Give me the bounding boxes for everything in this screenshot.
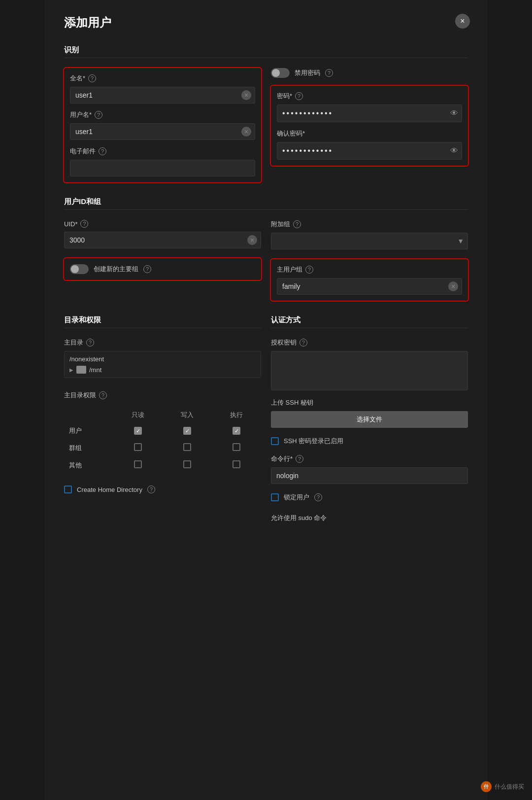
username-input[interactable] <box>70 123 255 140</box>
password-eye-button[interactable]: 👁 <box>450 109 458 118</box>
create-primary-group-help-icon[interactable]: ? <box>143 265 151 273</box>
email-input-wrap <box>70 160 255 176</box>
password-label: 密码* ? <box>277 92 462 101</box>
table-row: 其他 <box>64 456 261 474</box>
other-execute-checkbox[interactable] <box>233 460 240 468</box>
identification-layout: 全名* ? × 用户名* ? × <box>64 68 468 182</box>
create-primary-group-row: 创建新的主要组 ? <box>70 264 255 274</box>
uid-help-icon[interactable]: ? <box>80 220 88 228</box>
confirm-password-eye-button[interactable]: 👁 <box>450 146 458 155</box>
create-home-dir-checkbox[interactable] <box>64 486 72 493</box>
group-readonly-checkbox[interactable] <box>134 443 142 451</box>
username-help-icon[interactable]: ? <box>95 111 102 119</box>
lock-user-checkbox[interactable] <box>271 493 279 501</box>
lock-user-row: 锁定用户 ? <box>271 493 468 502</box>
create-primary-group-label: 创建新的主要组 <box>94 265 138 274</box>
auth-key-textarea[interactable] <box>271 351 468 390</box>
primary-group-help-icon[interactable]: ? <box>305 266 313 274</box>
create-primary-group-outlined: 创建新的主要组 ? <box>64 258 261 280</box>
permissions-table: 只读 写入 执行 用户 群组 <box>64 408 261 474</box>
auth-section-title: 认证方式 <box>271 315 468 328</box>
select-file-button[interactable]: 选择文件 <box>271 411 468 428</box>
uid-group-section: 用户ID和组 UID* ? × 创建新的主要组 <box>64 197 468 301</box>
username-group: 用户名* ? × <box>70 110 255 140</box>
full-name-input-wrap: × <box>70 87 255 104</box>
chevron-right-icon: ▶ <box>69 367 73 373</box>
primary-group-clear-button[interactable]: × <box>448 281 458 291</box>
other-write-checkbox[interactable] <box>183 460 191 468</box>
email-input[interactable] <box>70 160 255 176</box>
add-user-dialog: 添加用户 × 识别 全名* ? × 用户名* <box>44 0 488 800</box>
create-home-dir-help-icon[interactable]: ? <box>147 486 155 493</box>
groups-col: 附加组 ? ▼ 主用户组 ? <box>271 220 468 301</box>
create-primary-group-toggle[interactable] <box>70 264 89 274</box>
permissions-help-icon[interactable]: ? <box>99 391 107 399</box>
directory-section: 目录和权限 主目录 ? /nonexistent ▶ /mnt 主目 <box>64 315 261 524</box>
watermark-logo: 什 <box>481 781 492 792</box>
home-dir-label: 主目录 ? <box>64 338 261 347</box>
sudo-label: 允许使用 sudo 命令 <box>271 514 468 522</box>
command-select[interactable]: nologin /bin/bash /bin/sh <box>271 467 468 484</box>
group-execute-checkbox[interactable] <box>233 443 240 451</box>
uid-input-wrap: × <box>64 232 261 248</box>
password-section-col: 禁用密码 ? 密码* ? 👁 <box>271 68 468 182</box>
auth-key-group: 授权密钥 ? <box>271 338 468 390</box>
ssh-password-row: SSH 密码登录已启用 <box>271 437 468 446</box>
full-name-label: 全名* ? <box>70 74 255 83</box>
email-label: 电子邮件 ? <box>70 147 255 156</box>
confirm-password-input[interactable] <box>277 142 462 160</box>
watermark-text: 什么值得买 <box>495 783 524 791</box>
home-dir-help-icon[interactable]: ? <box>86 339 94 347</box>
username-clear-button[interactable]: × <box>241 127 251 137</box>
col-execute: 执行 <box>212 408 261 422</box>
home-dir-tree: /nonexistent ▶ /mnt <box>64 351 261 378</box>
command-label: 命令行* ? <box>271 454 468 463</box>
uid-input[interactable] <box>64 232 261 248</box>
password-input[interactable] <box>277 104 462 122</box>
uid-clear-button[interactable]: × <box>247 235 257 245</box>
full-name-input[interactable] <box>70 87 255 104</box>
home-dir-group: 主目录 ? /nonexistent ▶ /mnt <box>64 338 261 383</box>
auth-key-help-icon[interactable]: ? <box>299 339 307 347</box>
ssh-password-label: SSH 密码登录已启用 <box>284 437 343 446</box>
ssh-password-checkbox[interactable] <box>271 437 279 445</box>
perm-user-label: 用户 <box>64 422 113 439</box>
uid-layout: UID* ? × 创建新的主要组 ? <box>64 220 468 301</box>
other-readonly-checkbox[interactable] <box>134 460 142 468</box>
table-row: 用户 <box>64 422 261 439</box>
dialog-title: 添加用户 <box>64 15 468 31</box>
dir-auth-layout: 目录和权限 主目录 ? /nonexistent ▶ /mnt 主目 <box>64 315 468 539</box>
password-help-icon[interactable]: ? <box>295 92 303 100</box>
uid-col: UID* ? × 创建新的主要组 ? <box>64 220 261 301</box>
user-write-checkbox[interactable] <box>183 427 191 435</box>
identification-section: 识别 全名* ? × 用户名* ? <box>64 45 468 182</box>
user-execute-checkbox[interactable] <box>233 427 240 435</box>
lock-user-help-icon[interactable]: ? <box>314 493 322 501</box>
additional-groups-dropdown-button[interactable]: ▼ <box>457 237 464 245</box>
primary-group-label: 主用户组 ? <box>277 265 462 274</box>
uid-section-title: 用户ID和组 <box>64 197 468 210</box>
close-button[interactable]: × <box>455 14 470 29</box>
create-home-dir-row: Create Home Directory ? <box>64 486 261 493</box>
user-readonly-checkbox[interactable] <box>134 427 142 435</box>
command-group: 命令行* ? nologin /bin/bash /bin/sh <box>271 454 468 484</box>
home-dir-value: /nonexistent <box>69 355 256 363</box>
dir-item-mnt: ▶ /mnt <box>69 366 256 374</box>
uid-label: UID* ? <box>64 220 261 228</box>
create-home-dir-label: Create Home Directory <box>77 486 142 493</box>
additional-groups-input[interactable] <box>271 233 468 249</box>
additional-groups-help-icon[interactable]: ? <box>293 220 301 228</box>
primary-group-input[interactable] <box>277 278 462 295</box>
full-name-clear-button[interactable]: × <box>241 90 251 100</box>
command-help-icon[interactable]: ? <box>296 455 303 463</box>
group-write-checkbox[interactable] <box>183 443 191 451</box>
full-name-help-icon[interactable]: ? <box>88 74 96 82</box>
watermark: 什 什么值得买 <box>481 781 524 792</box>
email-help-icon[interactable]: ? <box>99 147 106 155</box>
disable-password-help-icon[interactable]: ? <box>325 69 333 77</box>
auth-section: 认证方式 授权密钥 ? 上传 SSH 秘钥 选择文件 SSH 密码登录已启用 命… <box>271 315 468 524</box>
uid-group: UID* ? × <box>64 220 261 248</box>
password-group: 密码* ? 👁 <box>277 92 462 122</box>
disable-password-toggle[interactable] <box>271 68 290 78</box>
lock-user-label: 锁定用户 <box>284 493 309 502</box>
